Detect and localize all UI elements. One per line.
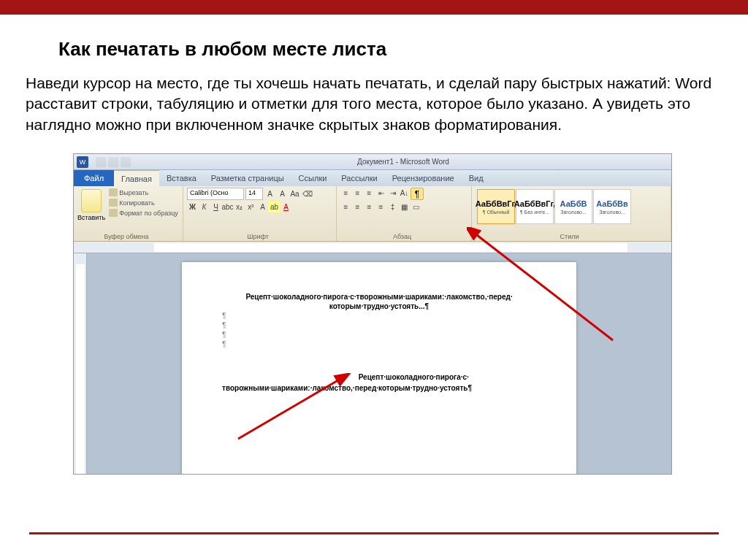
subscript-button[interactable]: x₂ xyxy=(234,202,245,212)
doc-pilcrow-1: ¶ xyxy=(222,312,536,320)
doc-pilcrow-3: ¶ xyxy=(222,331,536,339)
doc-pilcrow-4: ¶ xyxy=(222,340,536,348)
copy-icon xyxy=(109,199,118,207)
word-window: W Документ1 - Microsoft Word Файл Главна… xyxy=(73,153,672,475)
ribbon-tabs: Файл Главная Вставка Разметка страницы С… xyxy=(74,170,671,186)
group-clipboard: Вставить Вырезать Копировать Формат по о… xyxy=(74,186,183,241)
shrink-font-icon[interactable]: A xyxy=(277,188,288,199)
qat-undo-icon[interactable] xyxy=(108,157,118,167)
brush-icon xyxy=(109,209,118,217)
doc-pilcrow-2: ¶ xyxy=(222,321,536,329)
bold-button[interactable]: Ж xyxy=(187,202,198,212)
font-color-icon[interactable]: A xyxy=(280,202,291,212)
borders-icon[interactable]: ▭ xyxy=(411,202,421,212)
ribbon: Вставить Вырезать Копировать Формат по о… xyxy=(74,186,671,242)
tab-references[interactable]: Ссылки xyxy=(291,170,335,186)
multilevel-icon[interactable]: ≡ xyxy=(364,188,375,199)
clipboard-group-label: Буфер обмена xyxy=(74,233,179,240)
slide-title: Как печатать в любом месте листа xyxy=(58,38,386,61)
title-bar: W Документ1 - Microsoft Word xyxy=(74,154,671,170)
align-justify-icon[interactable]: ≡ xyxy=(375,202,386,212)
text-effects-icon[interactable]: A xyxy=(257,202,268,212)
align-right-icon[interactable]: ≡ xyxy=(364,202,375,212)
copy-button[interactable]: Копировать xyxy=(108,198,179,207)
doc-text-line-2: которым·трудно·устоять...¶ xyxy=(222,302,536,310)
paragraph-group-label: Абзац xyxy=(337,233,468,240)
word-app-icon: W xyxy=(77,156,88,168)
group-styles: АаБбВвГг, ¶ Обычный АаБбВвГг, ¶ Без инте… xyxy=(472,186,671,241)
slide-top-bar xyxy=(0,0,748,15)
vertical-ruler[interactable] xyxy=(74,253,87,474)
style-heading1[interactable]: АаБбВ Заголово... xyxy=(554,189,592,224)
slide-description: Наведи курсор на место, где ты хочешь на… xyxy=(26,73,722,135)
cut-button[interactable]: Вырезать xyxy=(108,188,179,197)
slide-bottom-bar xyxy=(29,532,719,534)
font-size-select[interactable]: 14 xyxy=(245,188,263,200)
page-canvas: Рецепт·шоколадного·пирога·с·творожными·ш… xyxy=(87,253,671,474)
horizontal-ruler[interactable] xyxy=(74,242,671,253)
style-heading2[interactable]: АаБбВв Заголово... xyxy=(593,189,631,224)
styles-group-label: Стили xyxy=(472,233,667,240)
highlight-icon[interactable]: ab xyxy=(269,202,280,212)
superscript-button[interactable]: x² xyxy=(245,202,256,212)
window-title: Документ1 - Microsoft Word xyxy=(135,158,671,166)
qat-redo-icon[interactable] xyxy=(121,157,131,167)
sort-icon[interactable]: A↓ xyxy=(399,188,410,199)
doc-indented-line: → Рецепт·шоколадного·пирога·с· xyxy=(222,373,536,381)
tab-view[interactable]: Вид xyxy=(462,170,491,186)
paste-button[interactable]: Вставить xyxy=(77,188,105,221)
line-spacing-icon[interactable]: ‡ xyxy=(387,202,398,212)
strike-button[interactable]: abc xyxy=(222,202,233,212)
shading-icon[interactable]: ▦ xyxy=(399,202,410,212)
paste-icon xyxy=(81,189,102,212)
tab-mailings[interactable]: Рассылки xyxy=(334,170,384,186)
tab-review[interactable]: Рецензирование xyxy=(385,170,462,186)
indent-dec-icon[interactable]: ⇤ xyxy=(375,188,386,199)
doc-text-line-1: Рецепт·шоколадного·пирога·с·творожными·ш… xyxy=(222,293,536,301)
quick-access-toolbar xyxy=(91,157,135,167)
style-normal[interactable]: АаБбВвГг, ¶ Обычный xyxy=(477,189,515,224)
indent-inc-icon[interactable]: ⇥ xyxy=(387,188,398,199)
font-group-label: Шрифт xyxy=(183,233,332,240)
scissors-icon xyxy=(109,188,118,196)
format-painter-button[interactable]: Формат по образцу xyxy=(108,208,179,218)
tab-home[interactable]: Главная xyxy=(114,170,159,186)
align-left-icon[interactable]: ≡ xyxy=(340,202,351,212)
numbering-icon[interactable]: ≡ xyxy=(352,188,363,199)
tab-file[interactable]: Файл xyxy=(74,170,114,186)
group-paragraph: ≡ ≡ ≡ ⇤ ⇥ A↓ ¶ ≡ ≡ ≡ ≡ ‡ ▦ ▭ А xyxy=(337,186,472,241)
document-page[interactable]: Рецепт·шоколадного·пирога·с·творожными·ш… xyxy=(182,262,576,474)
change-case-icon[interactable]: Aa xyxy=(289,188,300,199)
qat-save-icon[interactable] xyxy=(96,157,106,167)
clear-format-icon[interactable]: ⌫ xyxy=(302,188,313,199)
paste-label: Вставить xyxy=(77,214,105,221)
tab-insert[interactable]: Вставка xyxy=(159,170,204,186)
doc-bottom-line: творожными·шариками:·лакомство,·перед·ко… xyxy=(222,384,536,392)
show-pilcrow-button[interactable]: ¶ xyxy=(411,188,424,200)
style-no-spacing[interactable]: АаБбВвГг, ¶ Без инте... xyxy=(516,189,554,224)
italic-button[interactable]: К xyxy=(199,202,210,212)
tab-page-layout[interactable]: Разметка страницы xyxy=(204,170,291,186)
grow-font-icon[interactable]: A xyxy=(264,188,275,199)
group-font: Calibri (Осно 14 A A Aa ⌫ Ж К Ч abc x₂ x… xyxy=(183,186,337,241)
align-center-icon[interactable]: ≡ xyxy=(352,202,363,212)
document-area: Рецепт·шоколадного·пирога·с·творожными·ш… xyxy=(74,253,671,474)
underline-button[interactable]: Ч xyxy=(210,202,221,212)
bullets-icon[interactable]: ≡ xyxy=(340,188,351,199)
font-name-select[interactable]: Calibri (Осно xyxy=(187,188,244,200)
